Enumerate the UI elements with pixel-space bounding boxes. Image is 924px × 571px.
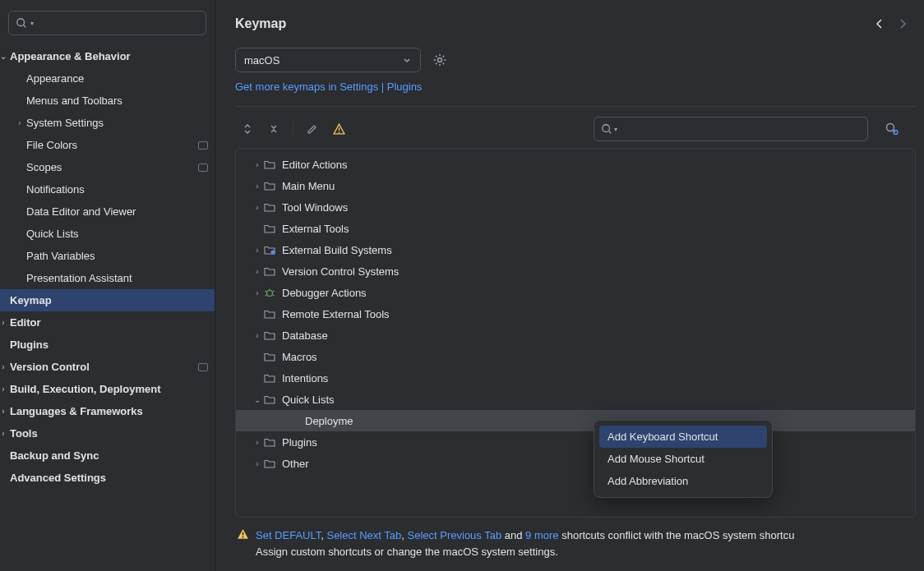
- title-row: Keymap: [235, 16, 916, 31]
- more-keymaps-link-row: Get more keymaps in Settings | Plugins: [235, 81, 916, 93]
- sidebar-item-menus-and-toolbars[interactable]: Menus and Toolbars: [0, 90, 215, 112]
- sidebar-search-container: ▾: [0, 0, 215, 42]
- chevron-right-icon: ›: [251, 203, 264, 212]
- back-button[interactable]: [873, 17, 886, 30]
- action-item-main-menu[interactable]: ›Main Menu: [236, 175, 915, 196]
- context-menu: Add Keyboard ShortcutAdd Mouse ShortcutA…: [594, 420, 773, 498]
- sidebar-item-notifications[interactable]: Notifications: [0, 178, 215, 200]
- spacer: [251, 352, 264, 361]
- action-item-label: Remote External Tools: [282, 308, 390, 320]
- action-item-label: Database: [282, 329, 328, 342]
- action-item-editor-actions[interactable]: ›Editor Actions: [236, 154, 915, 175]
- action-item-remote-external-tools[interactable]: Remote External Tools: [236, 303, 915, 325]
- action-item-label: Other: [282, 458, 309, 470]
- action-item-database[interactable]: ›Database: [236, 325, 915, 346]
- warning-link-next-tab[interactable]: Select Next Tab: [326, 529, 401, 541]
- menu-item-add-keyboard-shortcut[interactable]: Add Keyboard Shortcut: [599, 426, 767, 448]
- spacer: [269, 417, 282, 426]
- sidebar-search[interactable]: ▾: [8, 11, 206, 35]
- forward-button[interactable]: [896, 17, 909, 30]
- chevron-right-icon: ›: [0, 362, 10, 371]
- sidebar-item-build-execution-deployment[interactable]: ›Build, Execution, Deployment: [0, 378, 215, 400]
- spacer: [251, 374, 264, 383]
- warning-link-prev-tab[interactable]: Select Previous Tab: [408, 529, 502, 541]
- warning-filter-button[interactable]: [330, 120, 348, 138]
- expand-all-button[interactable]: [238, 120, 256, 138]
- action-item-external-tools[interactable]: External Tools: [236, 218, 915, 239]
- sidebar-item-label: Menus and Toolbars: [26, 94, 208, 107]
- sidebar-item-data-editor-and-viewer[interactable]: Data Editor and Viewer: [0, 200, 215, 223]
- chevron-right-icon: ›: [0, 318, 10, 327]
- sidebar-item-label: Appearance: [26, 72, 208, 85]
- sidebar-item-tools[interactable]: ›Tools: [0, 422, 215, 444]
- edit-shortcut-button[interactable]: [303, 120, 321, 138]
- sidebar-item-quick-lists[interactable]: Quick Lists: [0, 223, 215, 245]
- action-item-label: Plugins: [282, 436, 317, 449]
- settings-tree: ⌄Appearance & BehaviorAppearanceMenus an…: [0, 42, 215, 571]
- sidebar-item-label: File Colors: [26, 139, 198, 151]
- action-item-quick-lists[interactable]: ⌄Quick Lists: [236, 389, 915, 410]
- svg-point-5: [603, 125, 610, 132]
- chevron-right-icon: ›: [251, 267, 264, 276]
- sidebar-search-input[interactable]: [37, 17, 199, 30]
- action-item-intentions[interactable]: Intentions: [236, 367, 915, 389]
- chevron-right-icon: ›: [0, 407, 10, 416]
- sidebar-item-presentation-assistant[interactable]: Presentation Assistant: [0, 267, 215, 289]
- sidebar-item-languages-frameworks[interactable]: ›Languages & Frameworks: [0, 400, 215, 422]
- sidebar-item-plugins[interactable]: Plugins: [0, 334, 215, 356]
- keymap-select[interactable]: macOS: [235, 48, 421, 72]
- gear-icon[interactable]: [432, 53, 447, 67]
- warning-link-default[interactable]: Set DEFAULT: [256, 529, 321, 541]
- action-item-debugger-actions[interactable]: ›Debugger Actions: [236, 282, 915, 303]
- chevron-right-icon: ›: [251, 438, 264, 447]
- sidebar-item-label: Notifications: [26, 183, 208, 196]
- settings-sidebar: ▾ ⌄Appearance & BehaviorAppearanceMenus …: [0, 0, 215, 571]
- actions-search[interactable]: ▾: [594, 117, 868, 141]
- more-keymaps-link[interactable]: Get more keymaps in Settings | Plugins: [235, 81, 422, 93]
- sidebar-item-label: Languages & Frameworks: [10, 405, 208, 417]
- folder-icon: [264, 180, 277, 191]
- actions-search-input[interactable]: [617, 123, 861, 136]
- action-item-version-control-systems[interactable]: ›Version Control Systems: [236, 260, 915, 282]
- warning-link-more[interactable]: 9 more: [525, 529, 558, 541]
- scope-badge-icon: [198, 363, 208, 371]
- sidebar-item-appearance[interactable]: Appearance: [0, 67, 215, 90]
- action-item-plugins[interactable]: ›Plugins: [236, 431, 915, 453]
- chevron-right-icon: ›: [251, 288, 264, 297]
- page-title: Keymap: [235, 16, 286, 31]
- sidebar-item-path-variables[interactable]: Path Variables: [0, 245, 215, 267]
- sidebar-item-label: Version Control: [10, 361, 198, 373]
- svg-line-16: [273, 295, 275, 296]
- actions-tree: ›Editor Actions›Main Menu›Tool Windows E…: [235, 148, 916, 518]
- svg-point-18: [243, 536, 244, 538]
- sidebar-item-backup-and-sync[interactable]: Backup and Sync: [0, 444, 215, 467]
- find-by-shortcut-button[interactable]: [883, 120, 901, 138]
- sidebar-item-editor[interactable]: ›Editor: [0, 311, 215, 334]
- sidebar-item-scopes[interactable]: Scopes: [0, 156, 215, 178]
- chevron-down-icon: ⌄: [0, 52, 10, 61]
- sidebar-item-advanced-settings[interactable]: Advanced Settings: [0, 467, 215, 489]
- folder-icon: [264, 201, 277, 213]
- action-item-external-build-systems[interactable]: ›External Build Systems: [236, 239, 915, 260]
- search-icon: [16, 17, 27, 29]
- collapse-all-button[interactable]: [265, 120, 283, 138]
- sidebar-item-version-control[interactable]: ›Version Control: [0, 356, 215, 378]
- search-icon: [601, 123, 612, 135]
- sidebar-item-file-colors[interactable]: File Colors: [0, 134, 215, 156]
- sidebar-item-appearance-behavior[interactable]: ⌄Appearance & Behavior: [0, 45, 215, 67]
- action-item-label: Main Menu: [282, 180, 335, 192]
- action-item-label: Quick Lists: [282, 394, 335, 406]
- chevron-right-icon: ›: [0, 385, 10, 394]
- sidebar-item-label: Build, Execution, Deployment: [10, 383, 208, 395]
- scope-badge-icon: [198, 163, 208, 172]
- sidebar-item-label: Quick Lists: [26, 228, 208, 240]
- action-item-deployme[interactable]: Deployme: [236, 410, 915, 431]
- sidebar-item-system-settings[interactable]: ›System Settings: [0, 112, 215, 134]
- sidebar-item-label: Editor: [10, 316, 208, 329]
- sidebar-item-keymap[interactable]: Keymap: [0, 289, 215, 311]
- action-item-macros[interactable]: Macros: [236, 346, 915, 367]
- action-item-other[interactable]: ›Other: [236, 453, 915, 474]
- action-item-tool-windows[interactable]: ›Tool Windows: [236, 196, 915, 218]
- menu-item-add-abbreviation[interactable]: Add Abbreviation: [599, 470, 767, 492]
- menu-item-add-mouse-shortcut[interactable]: Add Mouse Shortcut: [599, 448, 767, 470]
